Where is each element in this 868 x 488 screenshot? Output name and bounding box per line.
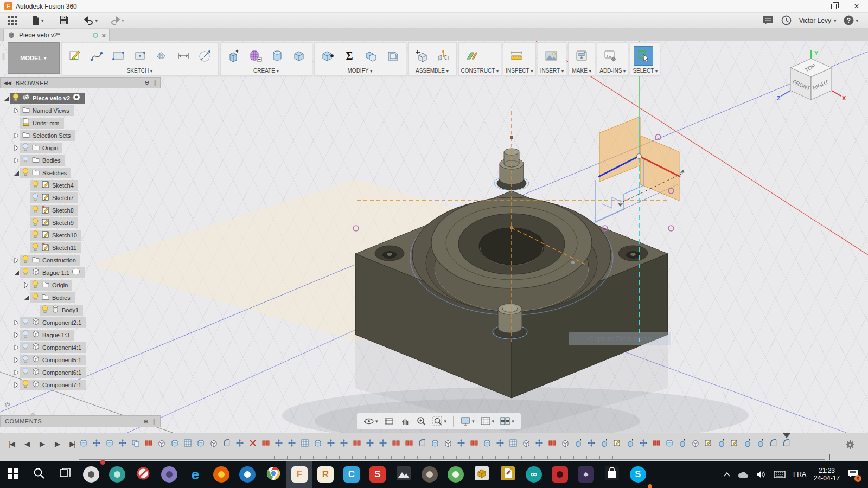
3d-viewport[interactable]: 75 50 ∥ MODEL ▾ SKETCH ▾CREATE ▾ΣMODIFY … (0, 41, 868, 433)
timeline-feature-move[interactable] (455, 436, 468, 450)
browser-item-sketches[interactable]: Sketches (0, 166, 163, 179)
timeline-feature-joint[interactable] (390, 436, 403, 450)
taskbar-task-view-icon[interactable] (52, 461, 78, 488)
visibility-bulb-icon[interactable] (22, 155, 29, 166)
timeline-feature-extrude[interactable] (624, 436, 637, 450)
timeline-feature-joint[interactable] (350, 436, 363, 450)
taskbar-arduino-icon[interactable]: ∞ (521, 461, 547, 488)
browser-item-units-mm[interactable]: Units: mm (0, 117, 163, 129)
collapse-panel-icon[interactable]: ◀◀ (4, 80, 11, 86)
taskbar-openoffice-icon[interactable] (234, 461, 260, 488)
timeline-feature-joint[interactable] (259, 436, 272, 450)
circle-diameter-button[interactable] (195, 46, 215, 66)
browser-item-named-views[interactable]: Named Views (0, 104, 163, 117)
ribbon-group-label[interactable]: INSERT ▾ (538, 67, 566, 75)
taskbar-chrome-icon[interactable] (260, 461, 286, 488)
job-status-clock-icon[interactable] (781, 15, 792, 25)
visibility-bulb-icon[interactable] (31, 192, 39, 203)
expand-arrow-icon[interactable] (12, 369, 20, 376)
joint-button[interactable] (433, 46, 453, 66)
panel-grip-icon[interactable]: ∥ (154, 79, 157, 86)
taskbar-skype-icon[interactable]: S (625, 461, 651, 488)
visibility-bulb-icon[interactable] (22, 330, 29, 341)
timeline-feature-joint[interactable] (650, 436, 663, 450)
ribbon-group-label[interactable]: INSPECT ▾ (503, 67, 535, 75)
volume-icon[interactable] (756, 470, 766, 479)
taskbar-edge-icon[interactable]: e (182, 461, 208, 488)
document-tab[interactable]: Piece velo v2* × (3, 29, 110, 41)
redo-button[interactable]: ▾ (106, 14, 127, 27)
timeline-feature-move[interactable] (233, 436, 246, 450)
box-button[interactable] (289, 46, 309, 66)
browser-panel-header[interactable]: ◀◀ BROWSER ⊖ ∥ (0, 77, 161, 88)
timeline-feature-box[interactable] (520, 436, 533, 450)
close-button[interactable]: × (845, 0, 868, 12)
create-sketch-button[interactable] (65, 46, 85, 66)
minimize-button[interactable]: — (800, 0, 822, 12)
combine-button[interactable] (361, 46, 381, 66)
taskbar-fusion-360-icon[interactable]: F (286, 461, 312, 488)
comments-panel-header[interactable]: COMMENTS ⊕ ∥ (0, 415, 161, 427)
show-desktop-button[interactable] (866, 461, 868, 488)
timeline-feature-fillet[interactable] (416, 436, 429, 450)
timeline-feature-move[interactable] (533, 436, 546, 450)
language-indicator[interactable]: FRA (793, 471, 806, 478)
workspace-selector[interactable]: MODEL ▾ (8, 42, 60, 74)
browser-item-bague-1-3[interactable]: Bague 1:3 (0, 329, 163, 341)
user-account-menu[interactable]: Victor Levy ▾ (799, 17, 837, 24)
timeline-feature-move[interactable] (116, 436, 129, 450)
visibility-bulb-icon[interactable] (31, 180, 39, 191)
timeline-feature-box[interactable] (689, 436, 702, 450)
taskbar-cura-icon[interactable]: C (339, 461, 365, 488)
timeline-feature-move[interactable] (285, 436, 298, 450)
timeline-feature-extrude[interactable] (572, 436, 585, 450)
expand-arrow-icon[interactable] (12, 356, 20, 364)
expand-arrow-icon[interactable] (12, 107, 20, 114)
timeline-feature-pattern[interactable] (298, 436, 311, 450)
timeline-feature-fillet[interactable] (767, 436, 780, 450)
timeline-go-to-end-button[interactable]: ▶| (66, 436, 78, 451)
timeline-feature-move[interactable] (376, 436, 390, 450)
visibility-bulb-icon[interactable] (31, 280, 39, 291)
browser-item-sketch7[interactable]: Sketch7 (0, 191, 163, 204)
visibility-bulb-icon[interactable] (41, 305, 49, 316)
browser-item-bodies[interactable]: Bodies (0, 154, 163, 166)
mirror-button[interactable] (152, 46, 171, 66)
restore-button[interactable] (822, 0, 845, 12)
comments-icon[interactable] (763, 16, 774, 25)
timeline-step-forward-button[interactable]: ▶ (51, 436, 63, 451)
collapse-arrow-icon[interactable] (12, 269, 20, 277)
visibility-bulb-icon[interactable] (12, 93, 20, 104)
viewports-button[interactable]: ▾ (499, 415, 515, 428)
timeline-feature-extrude[interactable] (598, 436, 611, 450)
form-button[interactable] (246, 46, 265, 66)
collapse-arrow-icon[interactable] (2, 94, 10, 102)
tray-expand-chevron-icon[interactable] (724, 472, 730, 477)
timeline-feature-move[interactable] (637, 436, 650, 450)
browser-item-origin[interactable]: Origin (0, 142, 163, 154)
timeline-feature-extrude[interactable] (754, 436, 767, 450)
timeline-feature-move[interactable] (363, 436, 376, 450)
timeline-feature-box[interactable] (559, 436, 572, 450)
3d-print-button[interactable] (572, 46, 591, 66)
browser-item-sketch9[interactable]: Sketch9 (0, 216, 163, 229)
timeline-feature-cylinder[interactable] (311, 436, 324, 450)
help-menu[interactable]: ? ▾ (844, 15, 858, 25)
timeline-feature-move[interactable] (272, 436, 285, 450)
timeline-feature-cylinder[interactable] (77, 436, 90, 450)
orbit-button[interactable]: ▾ (362, 415, 379, 428)
expand-arrow-icon[interactable] (12, 144, 20, 152)
zoom-button[interactable] (415, 415, 428, 428)
visibility-bulb-icon[interactable] (31, 292, 39, 303)
taskbar-gimp-icon[interactable] (417, 461, 443, 488)
taskbar-snipping-tool-icon[interactable] (130, 461, 156, 488)
timeline-feature-move[interactable] (90, 436, 103, 450)
visibility-bulb-icon[interactable] (22, 267, 29, 278)
measure-button[interactable] (507, 46, 526, 66)
timeline-feature-extrude[interactable] (676, 436, 689, 450)
scripts-addins-button[interactable] (601, 46, 620, 66)
pan-button[interactable] (399, 415, 412, 428)
taskbar-document-editor-icon[interactable] (495, 461, 521, 488)
touch-keyboard-icon[interactable] (774, 471, 786, 478)
activate-radio-icon[interactable] (72, 93, 81, 104)
